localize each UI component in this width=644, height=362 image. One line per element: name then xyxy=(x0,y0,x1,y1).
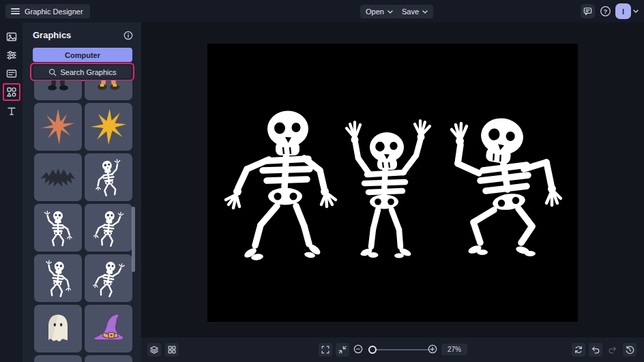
feedback-chat-icon xyxy=(583,7,592,16)
grid-view-icon xyxy=(167,345,177,355)
fullscreen-icon xyxy=(321,345,330,355)
history-icon xyxy=(625,345,634,355)
graphic-tile-witch-hat[interactable] xyxy=(85,305,132,352)
panel-scrollbar[interactable] xyxy=(132,207,135,272)
avatar[interactable]: I xyxy=(615,3,631,19)
zoom-slider-handle[interactable] xyxy=(368,346,377,354)
sidebar-item-templates[interactable] xyxy=(6,68,17,79)
graphic-tile-yellow-starburst[interactable] xyxy=(85,103,132,151)
design-canvas[interactable] xyxy=(207,44,578,322)
sync-icon xyxy=(574,345,583,355)
zoom-in-button[interactable] xyxy=(428,344,439,355)
bottom-toolbar: 27% xyxy=(141,337,644,362)
graphic-tile-dancing-skeleton-2[interactable] xyxy=(34,204,82,252)
graphic-tile-orange-starburst[interactable] xyxy=(34,103,82,151)
grid-view-button[interactable] xyxy=(165,343,179,357)
search-graphics-button[interactable]: Search Graphics xyxy=(33,65,131,78)
zoom-out-icon xyxy=(353,344,363,354)
graphics-results-list xyxy=(34,80,132,362)
fullscreen-button[interactable] xyxy=(319,343,332,357)
help-icon: ? xyxy=(600,5,611,17)
zoom-out-button[interactable] xyxy=(353,344,364,355)
chevron-down-icon xyxy=(422,10,428,14)
sidebar-rail xyxy=(0,22,23,362)
topbar: Graphic Designer Open Save ? I xyxy=(0,0,644,22)
open-button[interactable]: Open xyxy=(360,5,398,18)
account-chevron-down-icon[interactable] xyxy=(633,10,639,13)
graphic-designer-app: Graphic Designer Open Save ? I xyxy=(0,0,644,362)
banner-icon xyxy=(6,68,17,79)
history-button[interactable] xyxy=(623,343,636,357)
sync-button[interactable] xyxy=(572,343,585,357)
redo-button[interactable] xyxy=(606,343,619,357)
sidebar-item-images[interactable] xyxy=(6,31,17,42)
zoom-in-icon xyxy=(428,344,437,354)
graphic-tile-ghost[interactable] xyxy=(34,305,82,352)
hamburger-icon xyxy=(11,8,20,14)
graphic-tile-dancing-skeleton-3[interactable] xyxy=(85,204,132,252)
redo-icon xyxy=(608,345,617,355)
sidebar-item-graphics[interactable] xyxy=(6,87,17,97)
sidebar-item-filters[interactable] xyxy=(6,50,17,61)
feedback-button[interactable] xyxy=(581,4,595,18)
search-icon xyxy=(48,68,57,76)
zoom-slider-track[interactable] xyxy=(373,349,433,350)
panel-title: Graphics xyxy=(33,30,71,40)
layers-icon xyxy=(149,345,159,355)
graphic-tile-dancing-skeleton-5[interactable] xyxy=(85,254,132,302)
menu-button[interactable]: Graphic Designer xyxy=(5,4,90,18)
info-icon[interactable] xyxy=(123,31,133,40)
save-button[interactable]: Save xyxy=(396,5,433,18)
svg-text:?: ? xyxy=(604,7,608,15)
search-highlight-box: Search Graphics xyxy=(30,63,134,81)
canvas-area xyxy=(141,22,644,337)
graphics-panel: Graphics Computer Search Graphics xyxy=(23,22,141,362)
graphic-tile-witch-legs[interactable] xyxy=(85,80,132,100)
fit-to-screen-button[interactable] xyxy=(336,343,349,357)
undo-icon xyxy=(591,345,600,355)
graphic-tile-partial-1[interactable] xyxy=(34,355,82,362)
app-title: Graphic Designer xyxy=(25,7,83,16)
text-icon xyxy=(6,106,17,117)
graphic-tile-dancing-skeleton-1[interactable] xyxy=(85,153,132,201)
fit-to-screen-icon xyxy=(338,345,347,355)
sliders-icon xyxy=(6,50,17,61)
zoom-percent-readout: 27% xyxy=(441,344,467,355)
graphic-tile-skeleton-legs[interactable] xyxy=(34,80,82,100)
graphic-tile-black-bat[interactable] xyxy=(34,153,82,201)
graphic-tile-dancing-skeleton-4[interactable] xyxy=(34,254,82,302)
undo-button[interactable] xyxy=(589,343,602,357)
three-dancing-skeletons-graphic xyxy=(207,44,578,322)
chevron-down-icon xyxy=(387,10,393,14)
computer-upload-button[interactable]: Computer xyxy=(33,48,132,62)
image-icon xyxy=(6,31,17,42)
sidebar-item-text[interactable] xyxy=(6,106,17,117)
layers-button[interactable] xyxy=(147,343,161,357)
shapes-icon xyxy=(6,87,17,97)
graphic-tile-partial-2[interactable] xyxy=(85,355,132,362)
help-button[interactable]: ? xyxy=(598,4,613,18)
